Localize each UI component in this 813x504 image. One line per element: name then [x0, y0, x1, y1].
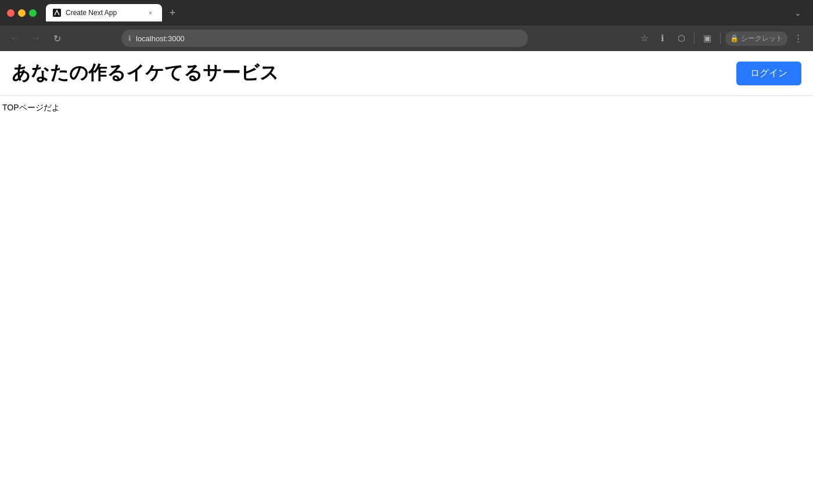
tab-overflow-button[interactable]: ⌄: [790, 5, 806, 21]
incognito-icon: 🔒: [730, 34, 739, 42]
lock-icon: ℹ: [128, 34, 131, 42]
app-title: あなたの作るイケてるサービス: [12, 60, 279, 86]
login-button[interactable]: ログイン: [736, 62, 801, 85]
sidebar-button[interactable]: ▣: [699, 30, 715, 46]
minimize-window-button[interactable]: [18, 9, 26, 17]
maximize-window-button[interactable]: [29, 9, 37, 17]
reload-button[interactable]: ↻: [49, 30, 65, 46]
back-button[interactable]: ←: [7, 30, 23, 46]
menu-button[interactable]: ⋮: [790, 30, 806, 46]
incognito-badge[interactable]: 🔒 シークレット: [725, 31, 787, 46]
app-header: あなたの作るイケてるサービス ログイン: [0, 51, 813, 96]
tab-title: Create Next App: [66, 9, 141, 17]
browser-chrome: Create Next App × + ⌄ ← → ↻ ℹ localhost:…: [0, 0, 813, 51]
top-page-text: TOPページだよ: [2, 103, 811, 113]
close-window-button[interactable]: [7, 9, 15, 17]
address-bar: ← → ↻ ℹ localhost:3000 ☆ ℹ ⬡ ▣ 🔒 シークレット …: [0, 26, 813, 51]
active-tab[interactable]: Create Next App ×: [46, 4, 162, 21]
title-bar: Create Next App × + ⌄: [0, 0, 813, 26]
forward-button[interactable]: →: [28, 30, 44, 46]
bookmark-button[interactable]: ☆: [636, 30, 652, 46]
extension-button[interactable]: ⬡: [673, 30, 689, 46]
new-tab-button[interactable]: +: [164, 5, 181, 21]
tab-favicon-icon: [53, 9, 61, 17]
page-body: TOPページだよ: [0, 96, 813, 120]
toolbar-right: ☆ ℹ ⬡ ▣ 🔒 シークレット ⋮: [636, 30, 806, 46]
incognito-label: シークレット: [741, 34, 783, 44]
tab-close-button[interactable]: ×: [146, 8, 155, 17]
window-controls: [7, 9, 37, 17]
url-text: localhost:3000: [136, 34, 521, 43]
info-button[interactable]: ℹ: [654, 30, 671, 46]
page-content: あなたの作るイケてるサービス ログイン TOPページだよ: [0, 51, 813, 504]
toolbar-divider: [694, 33, 695, 44]
toolbar-divider-2: [720, 33, 721, 44]
tab-bar: Create Next App × + ⌄: [46, 4, 806, 21]
url-bar[interactable]: ℹ localhost:3000: [121, 30, 528, 47]
